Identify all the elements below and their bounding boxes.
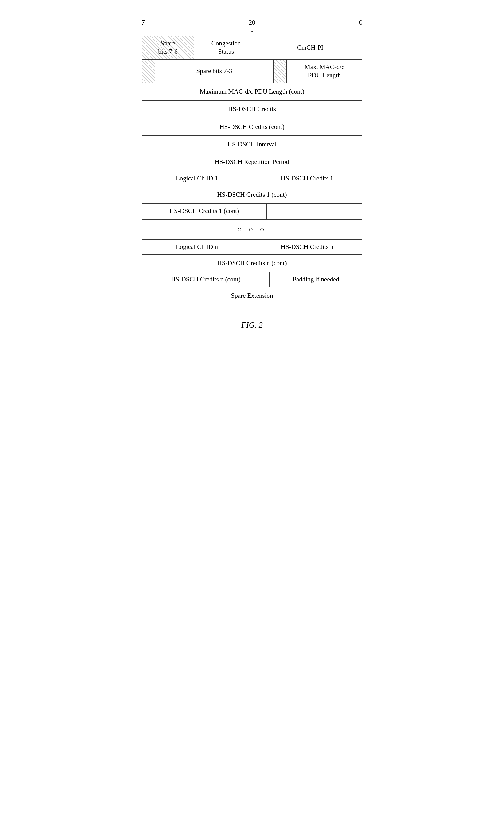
cell-hs-dsch-credits-1-cont2: HS-DSCH Credits 1 (cont) [142, 204, 267, 218]
cell-padding-if-needed: Padding if needed [270, 272, 362, 287]
bit20-label: 20 ↓ [249, 18, 255, 34]
cell-logical-ch-id-n: Logical Ch ID n [142, 240, 252, 254]
cell-hs-dsch-credits-1-cont: HS-DSCH Credits 1 (cont) [142, 186, 362, 203]
row-4: HS-DSCH Credits [142, 101, 362, 118]
row-8: Logical Ch ID 1 HS-DSCH Credits 1 [142, 171, 362, 186]
page: 7 20 ↓ 0 Sparebits 7-6 CongestionStatus … [126, 18, 378, 330]
bit7-label: 7 [141, 18, 145, 26]
bit-field-diagram: Sparebits 7-6 CongestionStatus CmCH-PI S… [141, 36, 363, 220]
row-7: HS-DSCH Repetition Period [142, 153, 362, 171]
cell-hs-dsch-credits-n-cont2: HS-DSCH Credits n (cont) [142, 272, 270, 287]
cell-max-mac-pdu: Max. MAC-d/cPDU Length [287, 60, 362, 83]
cell-max-mac-pdu-cont: Maximum MAC-d/c PDU Length (cont) [142, 83, 362, 100]
row-6: HS-DSCH Interval [142, 136, 362, 153]
bit0-label: 0 [359, 18, 363, 26]
row-3: Maximum MAC-d/c PDU Length (cont) [142, 83, 362, 101]
bit20-arrow: ↓ [250, 26, 254, 34]
row-2: Spare bits 7-3 Max. MAC-d/cPDU Length [142, 60, 362, 84]
cell-congestion-status: CongestionStatus [194, 36, 259, 59]
cell-spare-bits-76: Sparebits 7-6 [142, 36, 194, 59]
row-n2: HS-DSCH Credits n (cont) [142, 255, 362, 272]
cell-hs-dsch-credits: HS-DSCH Credits [142, 101, 362, 117]
cell-hs-dsch-credits-cont: HS-DSCH Credits (cont) [142, 118, 362, 135]
cell-hs-dsch-rep-period: HS-DSCH Repetition Period [142, 153, 362, 170]
cell-spare-hatch-right [274, 60, 287, 83]
row-n3: HS-DSCH Credits n (cont) Padding if need… [142, 272, 362, 287]
row-5: HS-DSCH Credits (cont) [142, 118, 362, 136]
cell-spare-bits-73: Spare bits 7-3 [155, 60, 274, 83]
cell-hs-dsch-credits-n-cont: HS-DSCH Credits n (cont) [142, 255, 362, 272]
cell-spare-extension: Spare Extension [142, 287, 362, 304]
cell-empty-space [267, 204, 362, 218]
cell-hs-dsch-interval: HS-DSCH Interval [142, 136, 362, 153]
row-1: Sparebits 7-6 CongestionStatus CmCH-PI [142, 36, 362, 60]
row-9: HS-DSCH Credits 1 (cont) [142, 186, 362, 204]
cell-hs-dsch-credits-1: HS-DSCH Credits 1 [252, 171, 362, 186]
bit-field-diagram-2: Logical Ch ID n HS-DSCH Credits n HS-DSC… [141, 239, 363, 305]
cell-cmch-pi: CmCH-PI [259, 36, 362, 59]
row-n1: Logical Ch ID n HS-DSCH Credits n [142, 240, 362, 255]
cell-hs-dsch-credits-n: HS-DSCH Credits n [252, 240, 362, 254]
cell-spare-hatch-left [142, 60, 155, 83]
dots-separator: ○ ○ ○ [141, 220, 363, 239]
row-10: HS-DSCH Credits 1 (cont) [142, 204, 362, 219]
fig-label: FIG. 2 [241, 321, 262, 330]
row-n4: Spare Extension [142, 287, 362, 304]
cell-logical-ch-id-1: Logical Ch ID 1 [142, 171, 252, 186]
